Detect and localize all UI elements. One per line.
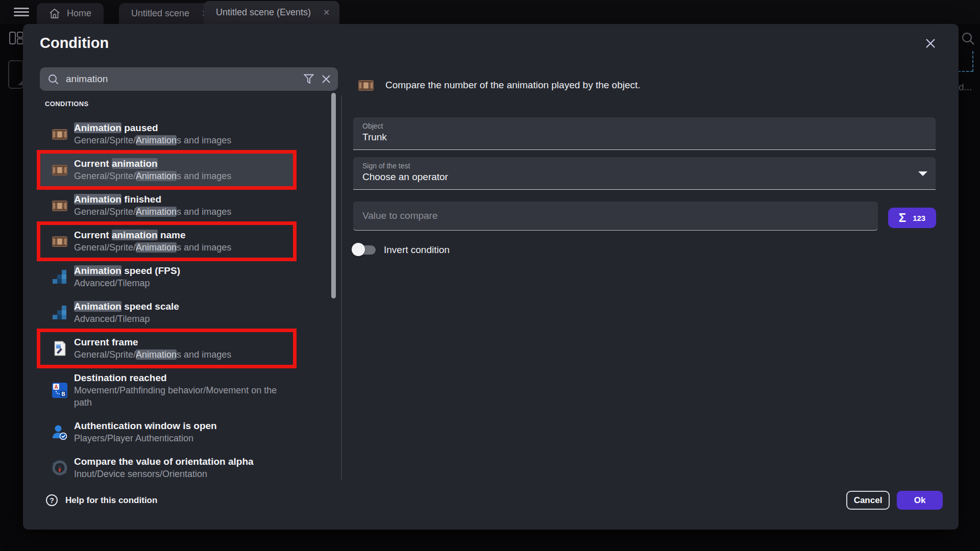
menu-icon[interactable] (14, 8, 29, 16)
tab-label: Untitled scene (Events) (204, 7, 311, 18)
search-icon (48, 74, 59, 85)
expression-editor-button[interactable]: Σ 123 (888, 208, 936, 228)
value-input[interactable] (362, 202, 863, 230)
condition-list-item[interactable]: Animation finishedGeneral/Sprite/Animati… (40, 188, 293, 223)
help-link[interactable]: ? Help for this condition (46, 494, 157, 506)
condition-dialog: Condition CONDITIONS Animation pausedGen… (23, 24, 959, 530)
condition-list-item[interactable]: Current animationGeneral/Sprite/Animatio… (40, 152, 293, 188)
condition-item-text: Destination reachedMovement/Pathfinding … (74, 372, 288, 409)
operator-select[interactable]: Sign of the test Choose an operator (353, 157, 936, 190)
help-icon: ? (46, 494, 58, 506)
object-field-label: Object (362, 122, 383, 130)
conditions-section-label: CONDITIONS (45, 100, 89, 108)
condition-list-item[interactable]: Current frameGeneral/Sprite/Animations a… (40, 331, 293, 366)
condition-list-item[interactable]: Compare the value of orientation alphaIn… (40, 450, 293, 477)
ok-button[interactable]: Ok (897, 491, 943, 510)
condition-item-path: Input/Device sensors/Orientation (74, 468, 288, 477)
condition-item-text: Current animationGeneral/Sprite/Animatio… (74, 158, 288, 182)
condition-item-title: Destination reached (74, 372, 288, 384)
condition-item-title: Compare the value of orientation alpha (74, 456, 288, 468)
filter-icon[interactable] (304, 74, 314, 84)
condition-item-text: Animation finishedGeneral/Sprite/Animati… (74, 193, 288, 218)
film-reel-icon (357, 77, 375, 94)
condition-item-title: Animation finished (74, 193, 288, 206)
truncated-object-label: d... (959, 82, 972, 93)
condition-item-path: Movement/Pathfinding behavior/Movement o… (74, 384, 288, 409)
close-tab-icon[interactable]: ✕ (323, 8, 330, 17)
condition-item-text: Compare the value of orientation alphaIn… (74, 456, 288, 477)
cancel-button[interactable]: Cancel (846, 491, 890, 510)
invert-condition-toggle[interactable] (353, 245, 376, 255)
list-scrollbar-thumb[interactable] (331, 93, 336, 298)
auth-icon (51, 423, 68, 441)
tab-untitled-scene-events[interactable]: Untitled scene (Events) ✕ (204, 1, 339, 24)
instruction-detail-panel: Compare the number of the animation play… (353, 24, 936, 483)
search-box[interactable] (40, 67, 338, 91)
condition-item-path: General/Sprite/Animations and images (74, 206, 288, 218)
condition-item-text: Current frameGeneral/Sprite/Animations a… (74, 336, 288, 361)
condition-item-text: Animation pausedGeneral/Sprite/Animation… (74, 122, 288, 146)
search-input[interactable] (66, 73, 260, 85)
condition-item-path: Advanced/Tilemap (74, 277, 288, 289)
condition-item-path: General/Sprite/Animations and images (74, 134, 288, 146)
tab-home[interactable]: Home (37, 3, 104, 24)
orientation-icon (51, 459, 68, 477)
film-reel-icon (51, 233, 68, 250)
condition-item-path: Players/Player Authentication (74, 432, 288, 444)
condition-list-item[interactable]: Animation speed scaleAdvanced/Tilemap (40, 295, 293, 331)
condition-item-title: Current frame (74, 336, 288, 348)
tilemap-icon (51, 268, 68, 286)
help-label: Help for this condition (65, 495, 157, 506)
dialog-title: Condition (40, 35, 109, 52)
instruction-search-panel: CONDITIONS Animation pausedGeneral/Sprit… (40, 67, 346, 516)
clear-search-icon[interactable] (321, 74, 331, 84)
condition-description: Compare the number of the animation play… (385, 80, 641, 91)
selection-marquee-corner (958, 51, 973, 72)
object-field[interactable]: Object Trunk (353, 117, 936, 150)
tab-label: Untitled scene (119, 8, 189, 19)
condition-item-title: Current animation name (74, 229, 288, 241)
operator-field-label: Sign of the test (362, 162, 410, 170)
condition-list-item[interactable]: Current animation nameGeneral/Sprite/Ani… (40, 223, 293, 259)
condition-item-text: Animation speed scaleAdvanced/Tilemap (74, 300, 288, 325)
tab-bar: Home Untitled scene ✕ Untitled scene (Ev… (0, 0, 980, 24)
condition-item-title: Animation speed scale (74, 300, 288, 313)
film-reel-icon (51, 161, 68, 179)
home-icon (49, 8, 60, 19)
condition-item-text: Current animation nameGeneral/Sprite/Ani… (74, 229, 288, 254)
numbers-icon: 123 (913, 214, 925, 222)
sigma-icon: Σ (899, 211, 906, 225)
panel-divider (341, 96, 342, 480)
condition-list-item[interactable]: Animation pausedGeneral/Sprite/Animation… (40, 116, 293, 152)
background-search-icon (961, 32, 975, 47)
value-field[interactable] (353, 202, 878, 231)
film-reel-icon (51, 126, 68, 143)
condition-item-title: Authentication window is open (74, 420, 288, 432)
condition-list-item[interactable]: Authentication window is openPlayers/Pla… (40, 414, 293, 450)
condition-item-title: Animation speed (FPS) (74, 265, 288, 277)
condition-item-text: Authentication window is openPlayers/Pla… (74, 420, 288, 444)
operator-field-value: Choose an operator (362, 171, 448, 183)
film-reel-icon (51, 197, 68, 214)
condition-item-title: Current animation (74, 158, 288, 170)
tab-label: Home (67, 8, 104, 19)
condition-item-path: General/Sprite/Animations and images (74, 170, 288, 182)
condition-list-item[interactable]: ABDestination reachedMovement/Pathfindin… (40, 366, 293, 414)
pathfinding-icon: AB (51, 382, 68, 399)
condition-item-path: General/Sprite/Animations and images (74, 348, 288, 361)
condition-item-text: Animation speed (FPS)Advanced/Tilemap (74, 265, 288, 289)
tab-untitled-scene[interactable]: Untitled scene ✕ (119, 3, 217, 24)
hidden-resize-corner (18, 81, 22, 85)
chevron-down-icon (918, 171, 927, 176)
condition-item-title: Animation paused (74, 122, 288, 134)
object-field-value: Trunk (362, 132, 387, 143)
conditions-list: Animation pausedGeneral/Sprite/Animation… (37, 116, 374, 477)
layout-panels-icon (9, 32, 23, 47)
svg-text:B: B (61, 391, 65, 397)
frame-icon (51, 340, 68, 357)
condition-list-item[interactable]: Animation speed (FPS)Advanced/Tilemap (40, 259, 293, 295)
condition-item-path: Advanced/Tilemap (74, 313, 288, 325)
condition-item-path: General/Sprite/Animations and images (74, 241, 288, 254)
tilemap-icon (51, 304, 68, 321)
invert-condition-label: Invert condition (384, 244, 450, 256)
